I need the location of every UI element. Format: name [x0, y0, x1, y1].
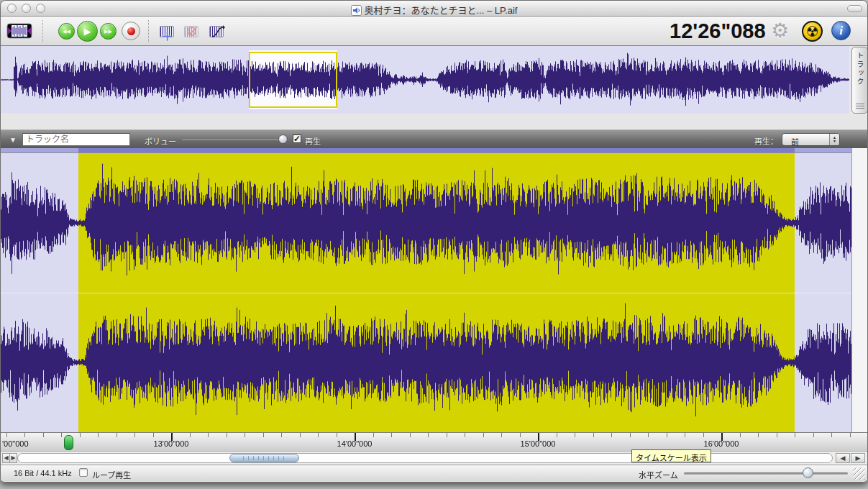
- play-track-checkbox[interactable]: ✓: [293, 134, 301, 143]
- track-waveform-area[interactable]: [1, 148, 851, 432]
- record-icon: [127, 27, 135, 35]
- playback-mode-popup[interactable]: 前 ▲▼: [782, 133, 840, 146]
- volume-slider-track[interactable]: [182, 139, 287, 140]
- fast-forward-button[interactable]: ▶▶: [100, 23, 117, 40]
- window-title-wrap: 奥村チヨ：あなたとチヨと... – LP.aif: [1, 3, 867, 18]
- horizontal-zoom-slider-knob[interactable]: [803, 467, 813, 478]
- rewind-button[interactable]: ◀◀: [58, 23, 75, 40]
- stereo-waveform-canvas[interactable]: [1, 148, 851, 432]
- fade-tool-button[interactable]: [205, 22, 228, 41]
- toolbar-separator: [42, 20, 43, 42]
- toolbar-separator: [148, 20, 149, 42]
- scroll-right-button[interactable]: ▶: [9, 453, 17, 463]
- vertical-scrollbar-track[interactable]: [851, 148, 868, 432]
- title-bar[interactable]: 奥村チヨ：あなたとチヨと... – LP.aif: [1, 1, 867, 17]
- check-icon: ✓: [293, 134, 301, 144]
- record-button[interactable]: [122, 22, 140, 40]
- info-button[interactable]: i: [831, 21, 851, 40]
- drawer-grip-icon: [856, 104, 864, 109]
- ruler-time-label: 15'00"000: [521, 439, 556, 448]
- playback-mode-value: 前: [791, 136, 799, 147]
- window-title: 奥村チヨ：あなたとチヨと... – LP.aif: [365, 5, 518, 16]
- volume-label: ボリュー: [145, 135, 176, 147]
- track-drawer-label: トラック: [854, 52, 865, 86]
- overview-waveform-canvas[interactable]: [1, 46, 849, 114]
- delete-track-button: [181, 22, 202, 41]
- playback-mode-label: 再生：: [754, 135, 778, 147]
- ruler-time-label: '00"000: [2, 439, 29, 448]
- horizontal-zoom-label: 水平ズーム: [639, 469, 678, 480]
- play-button[interactable]: ▶: [77, 21, 98, 42]
- scroll-left-button-right[interactable]: ◀: [836, 453, 850, 463]
- selection-range-tool-button[interactable]: [6, 22, 32, 40]
- waveform-overview[interactable]: [1, 46, 849, 114]
- track-drawer-tab[interactable]: トラック: [851, 47, 868, 114]
- toolbar: ◀◀ ▶ ▶▶ ＋ 12'26"088 ⚙ ☢ i: [1, 17, 867, 46]
- loop-playback-label: ループ再生: [92, 469, 131, 480]
- disclosure-triangle-icon[interactable]: ▼: [9, 136, 17, 144]
- gear-icon[interactable]: ⚙: [771, 19, 789, 43]
- add-track-button[interactable]: ＋: [156, 22, 178, 41]
- timecode-display: 12'26"088: [670, 17, 764, 45]
- rewind-icon: ◀◀: [63, 29, 70, 35]
- status-bar: 16 Bit / 44.1 kHz ループ再生 水平ズーム: [1, 465, 867, 481]
- window-resize-grip[interactable]: [853, 467, 865, 480]
- playhead-marker[interactable]: [64, 435, 73, 450]
- play-icon: ▶: [84, 26, 91, 37]
- fast-forward-icon: ▶▶: [104, 29, 112, 35]
- timescale-tooltip: タイムスケール表示: [631, 449, 711, 462]
- pane-splitter[interactable]: [1, 114, 867, 129]
- time-ruler[interactable]: '00"00013'00"00014'00"00015'00"00016'00"…: [1, 432, 867, 451]
- play-track-checkbox-label: 再生: [305, 135, 321, 147]
- screenshot-stage: 奥村チヨ：あなたとチヨと... – LP.aif ◀◀: [0, 0, 868, 489]
- ruler-time-label: 16'00"000: [704, 439, 739, 448]
- scrollbar-thumb[interactable]: [229, 454, 299, 462]
- audio-format-text: 16 Bit / 44.1 kHz: [14, 469, 72, 477]
- toolbar-toggle-pill[interactable]: [847, 5, 862, 12]
- radiation-icon[interactable]: ☢: [802, 21, 823, 42]
- ruler-time-label: 13'00"000: [154, 439, 189, 448]
- track-header-bar: ▼ ボリュー ✓ 再生 再生： 前 ▲▼: [1, 129, 867, 148]
- scroll-right-button-right[interactable]: ▶: [851, 453, 865, 463]
- app-window: 奥村チヨ：あなたとチヨと... – LP.aif ◀◀: [0, 0, 868, 483]
- ruler-time-label: 14'00"000: [337, 439, 373, 448]
- loop-playback-checkbox[interactable]: [79, 468, 88, 477]
- track-name-input[interactable]: [22, 133, 130, 146]
- horizontal-zoom-slider-track[interactable]: [684, 472, 848, 475]
- horizontal-scrollbar[interactable]: ◀ ▶ ◀ ▶: [1, 451, 867, 465]
- popup-stepper-icon: ▲▼: [829, 134, 839, 145]
- overview-viewport-box[interactable]: [249, 52, 337, 108]
- volume-slider-knob[interactable]: [278, 134, 288, 144]
